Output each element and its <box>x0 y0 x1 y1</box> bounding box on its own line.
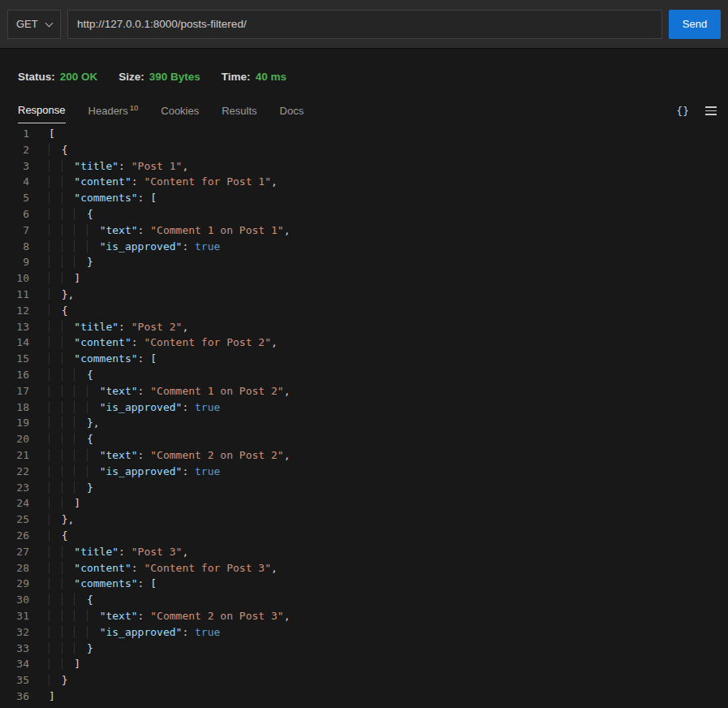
code-line: 17 "text": "Comment 1 on Post 2", <box>0 383 728 399</box>
line-number: 15 <box>0 351 29 367</box>
line-content: { <box>29 431 93 447</box>
line-number: 17 <box>0 383 29 399</box>
line-number: 10 <box>0 270 29 287</box>
size-value: 390 Bytes <box>149 71 200 83</box>
line-number: 1 <box>0 126 29 142</box>
line-number: 33 <box>0 641 29 657</box>
tab-cookies[interactable]: Cookies <box>161 105 199 123</box>
line-number: 27 <box>0 544 29 560</box>
menu-lines-icon[interactable] <box>705 106 717 115</box>
code-line: 12 { <box>0 303 728 319</box>
tab-response[interactable]: Response <box>18 104 66 123</box>
line-content: "comments": [ <box>29 190 157 206</box>
send-button[interactable]: Send <box>669 10 721 39</box>
line-content: "comments": [ <box>29 576 157 592</box>
line-number: 16 <box>0 367 29 383</box>
format-braces-icon[interactable]: {} <box>676 105 689 117</box>
method-label: GET <box>16 18 38 30</box>
line-content: }, <box>29 415 100 431</box>
line-content: "is_approved": true <box>29 239 220 255</box>
line-content: { <box>29 592 93 608</box>
code-line: 23 } <box>0 480 728 496</box>
time-item: Time: 40 ms <box>222 71 286 83</box>
line-number: 14 <box>0 335 29 351</box>
tab-docs[interactable]: Docs <box>280 105 304 123</box>
request-bar: GET Send <box>0 0 728 49</box>
code-line: 7 "text": "Comment 1 on Post 1", <box>0 222 728 239</box>
code-line: 22 "is_approved": true <box>0 464 728 480</box>
code-line: 2 { <box>0 142 728 158</box>
line-number: 13 <box>0 319 29 335</box>
url-input[interactable] <box>67 10 662 39</box>
response-body[interactable]: 1[2 {3 "title": "Post 1",4 "content": "C… <box>0 126 728 705</box>
line-number: 22 <box>0 464 29 480</box>
code-line: 32 "is_approved": true <box>0 624 728 641</box>
line-content: { <box>29 142 67 158</box>
line-content: }, <box>29 287 74 303</box>
code-line: 14 "content": "Content for Post 2", <box>0 335 728 351</box>
code-line: 31 "text": "Comment 2 on Post 3", <box>0 608 728 624</box>
code-line: 29 "comments": [ <box>0 576 728 592</box>
code-line: 21 "text": "Comment 2 on Post 2", <box>0 447 728 464</box>
line-content: } <box>29 641 93 657</box>
line-number: 35 <box>0 672 29 689</box>
code-line: 24 ] <box>0 495 728 512</box>
line-content: } <box>29 480 93 496</box>
line-content: "title": "Post 2", <box>29 319 188 335</box>
status-value: 200 OK <box>60 71 98 83</box>
line-number: 18 <box>0 399 29 416</box>
line-content: "is_approved": true <box>29 624 220 641</box>
tab-results[interactable]: Results <box>222 105 256 123</box>
method-select[interactable]: GET <box>7 10 61 39</box>
line-number: 8 <box>0 239 29 255</box>
code-line: 8 "is_approved": true <box>0 239 728 255</box>
line-content: "text": "Comment 1 on Post 2", <box>29 383 290 399</box>
tab-headers[interactable]: Headers10 <box>88 105 139 123</box>
line-number: 29 <box>0 576 29 592</box>
code-line: 6 { <box>0 206 728 222</box>
code-line: 10 ] <box>0 270 728 287</box>
line-number: 26 <box>0 528 29 544</box>
code-line: 19 }, <box>0 415 728 431</box>
line-content: } <box>29 254 93 270</box>
line-number: 2 <box>0 142 29 158</box>
line-content: ] <box>29 495 80 512</box>
line-number: 5 <box>0 190 29 206</box>
line-content: "content": "Content for Post 2", <box>29 335 278 351</box>
line-content: ] <box>29 270 80 287</box>
code-line: 25 }, <box>0 512 728 528</box>
line-number: 36 <box>0 689 29 705</box>
line-number: 11 <box>0 287 29 303</box>
line-content: } <box>29 672 67 689</box>
line-number: 23 <box>0 480 29 496</box>
line-number: 20 <box>0 431 29 447</box>
size-item: Size: 390 Bytes <box>118 71 200 83</box>
line-number: 28 <box>0 560 29 576</box>
tabs-row: ResponseHeaders10CookiesResultsDocs {} <box>0 97 728 123</box>
tab-badge: 10 <box>130 103 139 112</box>
line-number: 19 <box>0 415 29 431</box>
line-content: "text": "Comment 1 on Post 1", <box>29 222 290 239</box>
tab-label: Docs <box>280 105 304 117</box>
code-line: 3 "title": "Post 1", <box>0 158 728 175</box>
tab-label: Results <box>222 105 256 117</box>
code-line: 36] <box>0 689 728 705</box>
code-line: 1[ <box>0 126 728 142</box>
code-line: 16 { <box>0 367 728 383</box>
line-content: { <box>29 367 93 383</box>
time-label: Time: <box>222 71 251 83</box>
line-content: "title": "Post 3", <box>29 544 188 560</box>
line-number: 7 <box>0 222 29 239</box>
line-number: 31 <box>0 608 29 624</box>
line-content: { <box>29 528 67 544</box>
code-line: 27 "title": "Post 3", <box>0 544 728 560</box>
line-content: { <box>29 303 67 319</box>
code-line: 20 { <box>0 431 728 447</box>
line-content: "title": "Post 1", <box>29 158 188 175</box>
line-content: "content": "Content for Post 3", <box>29 560 278 576</box>
code-line: 15 "comments": [ <box>0 351 728 367</box>
chevron-down-icon <box>45 19 54 27</box>
code-line: 11 }, <box>0 287 728 303</box>
tab-label: Response <box>18 104 66 116</box>
code-line: 18 "is_approved": true <box>0 399 728 416</box>
